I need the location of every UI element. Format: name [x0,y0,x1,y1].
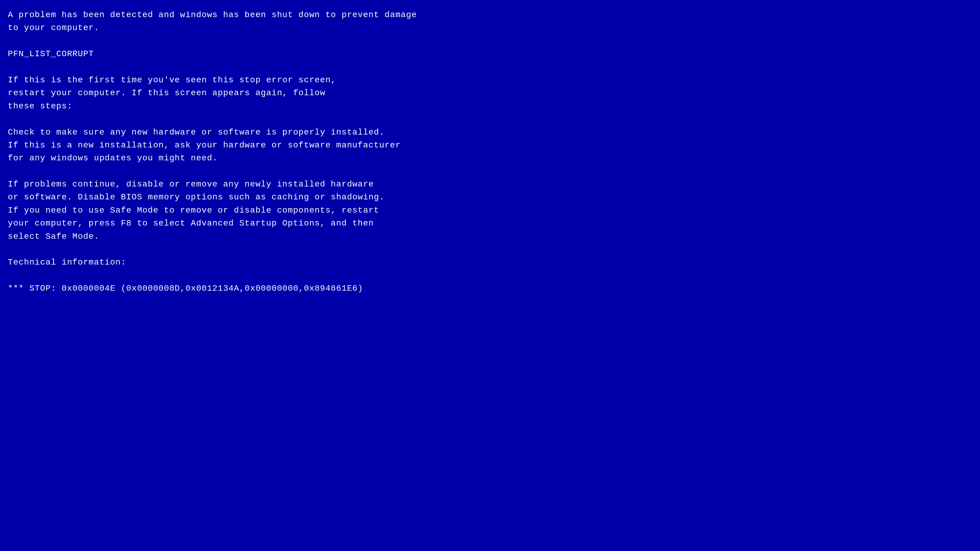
bsod-text-line14: Technical information: [8,256,971,269]
bsod-text-line4: restart your computer. If this screen ap… [8,86,971,99]
bsod-text-line11: If you need to use Safe Mode to remove o… [8,204,971,217]
blank-line-blank1 [8,35,971,48]
bsod-text-line5: these steps: [8,100,971,113]
bsod-text-line3: If this is the first time you've seen th… [8,73,971,86]
blank-line-blank2 [8,61,971,73]
blank-line-blank6 [8,269,971,282]
bsod-text-line9: If problems continue, disable or remove … [8,178,971,191]
bsod-text-line7: If this is a new installation, ask your … [8,139,971,152]
bsod-text-line13: select Safe Mode. [8,230,971,243]
bsod-text-line1: A problem has been detected and windows … [8,8,971,21]
bsod-text-line10: or software. Disable BIOS memory options… [8,191,971,203]
bsod-text-line6: Check to make sure any new hardware or s… [8,126,971,139]
bsod-text-error_code: PFN_LIST_CORRUPT [8,48,971,60]
bsod-text-line12: your computer, press F8 to select Advanc… [8,217,971,230]
bsod-text-line8: for any windows updates you might need. [8,152,971,165]
blank-line-blank4 [8,165,971,178]
bsod-text-line2: to your computer. [8,21,971,34]
blank-line-blank5 [8,243,971,256]
blank-line-blank3 [8,113,971,125]
bsod-screen: A problem has been detected and windows … [2,5,977,548]
bsod-text-line15: *** STOP: 0x0000004E (0x0000008D,0x00121… [8,282,971,295]
